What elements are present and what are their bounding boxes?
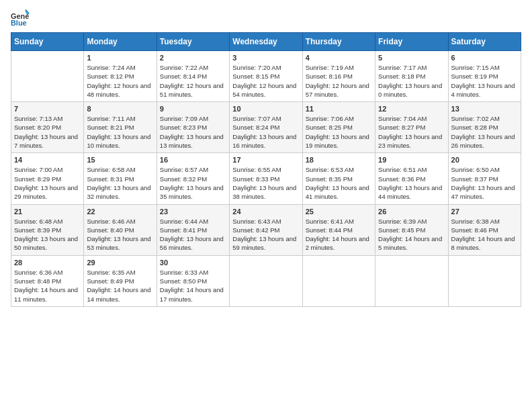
daylight-text: Daylight: 13 hours and 0 minutes. — [378, 82, 442, 98]
sunset-text: Sunset: 8:18 PM — [378, 73, 425, 80]
day-cell: 28Sunrise: 6:36 AMSunset: 8:48 PMDayligh… — [11, 255, 84, 306]
day-number: 3 — [232, 54, 299, 62]
day-cell: 20Sunrise: 6:50 AMSunset: 8:37 PMDayligh… — [448, 153, 521, 204]
daylight-text: Daylight: 12 hours and 48 minutes. — [87, 82, 150, 98]
day-number: 6 — [451, 54, 518, 62]
day-number: 29 — [87, 259, 153, 267]
day-number: 7 — [14, 105, 81, 113]
daylight-text: Daylight: 13 hours and 50 minutes. — [14, 235, 78, 251]
sunset-text: Sunset: 8:50 PM — [160, 277, 207, 285]
week-row-4: 21Sunrise: 6:48 AMSunset: 8:39 PMDayligh… — [11, 204, 521, 255]
week-row-5: 28Sunrise: 6:36 AMSunset: 8:48 PMDayligh… — [11, 255, 521, 306]
sunrise-text: Sunrise: 7:22 AM — [160, 64, 208, 71]
sunrise-text: Sunrise: 7:11 AM — [87, 115, 135, 122]
day-cell — [448, 255, 521, 306]
cell-info: Sunrise: 7:06 AMSunset: 8:25 PMDaylight:… — [306, 114, 372, 150]
sunrise-text: Sunrise: 6:33 AM — [160, 269, 208, 276]
cell-info: Sunrise: 6:43 AMSunset: 8:42 PMDaylight:… — [232, 217, 299, 253]
sunrise-text: Sunrise: 6:43 AM — [232, 218, 281, 225]
cell-info: Sunrise: 6:58 AMSunset: 8:31 PMDaylight:… — [87, 165, 153, 201]
sunset-text: Sunset: 8:14 PM — [160, 73, 207, 80]
sunrise-text: Sunrise: 6:48 AM — [14, 218, 62, 225]
sunset-text: Sunset: 8:12 PM — [87, 73, 134, 80]
week-row-2: 7Sunrise: 7:13 AMSunset: 8:20 PMDaylight… — [11, 102, 521, 153]
day-cell — [11, 51, 84, 102]
header-row: SundayMondayTuesdayWednesdayThursdayFrid… — [11, 33, 521, 51]
sunset-text: Sunset: 8:37 PM — [451, 175, 498, 183]
sunset-text: Sunset: 8:46 PM — [451, 226, 498, 234]
sunrise-text: Sunrise: 7:02 AM — [451, 115, 500, 122]
day-cell: 6Sunrise: 7:15 AMSunset: 8:19 PMDaylight… — [448, 51, 521, 102]
daylight-text: Daylight: 12 hours and 51 minutes. — [160, 82, 224, 98]
day-number: 20 — [451, 156, 518, 164]
day-cell: 8Sunrise: 7:11 AMSunset: 8:21 PMDaylight… — [84, 102, 157, 153]
cell-info: Sunrise: 7:24 AMSunset: 8:12 PMDaylight:… — [87, 63, 153, 99]
day-number: 16 — [160, 156, 226, 164]
day-number: 28 — [14, 259, 81, 267]
day-cell: 29Sunrise: 6:35 AMSunset: 8:49 PMDayligh… — [84, 255, 157, 306]
daylight-text: Daylight: 13 hours and 59 minutes. — [232, 235, 296, 251]
sunrise-text: Sunrise: 7:09 AM — [160, 115, 208, 122]
calendar-table: SundayMondayTuesdayWednesdayThursdayFrid… — [11, 32, 521, 307]
col-header-friday: Friday — [375, 33, 448, 51]
cell-info: Sunrise: 6:48 AMSunset: 8:39 PMDaylight:… — [14, 217, 81, 253]
sunset-text: Sunset: 8:44 PM — [306, 226, 353, 234]
daylight-text: Daylight: 13 hours and 32 minutes. — [87, 184, 150, 200]
col-header-saturday: Saturday — [448, 33, 521, 51]
sunset-text: Sunset: 8:27 PM — [378, 124, 425, 131]
cell-info: Sunrise: 7:00 AMSunset: 8:29 PMDaylight:… — [14, 165, 81, 201]
daylight-text: Daylight: 13 hours and 26 minutes. — [451, 133, 515, 149]
day-cell: 22Sunrise: 6:46 AMSunset: 8:40 PMDayligh… — [84, 204, 157, 255]
cell-info: Sunrise: 6:36 AMSunset: 8:48 PMDaylight:… — [14, 268, 81, 304]
daylight-text: Daylight: 13 hours and 38 minutes. — [232, 184, 296, 200]
cell-info: Sunrise: 7:09 AMSunset: 8:23 PMDaylight:… — [160, 114, 226, 150]
cell-info: Sunrise: 7:07 AMSunset: 8:24 PMDaylight:… — [232, 114, 299, 150]
sunrise-text: Sunrise: 7:06 AM — [306, 115, 354, 122]
day-cell: 30Sunrise: 6:33 AMSunset: 8:50 PMDayligh… — [157, 255, 229, 306]
cell-info: Sunrise: 6:46 AMSunset: 8:40 PMDaylight:… — [87, 217, 153, 253]
day-cell: 1Sunrise: 7:24 AMSunset: 8:12 PMDaylight… — [84, 51, 157, 102]
day-cell: 13Sunrise: 7:02 AMSunset: 8:28 PMDayligh… — [448, 102, 521, 153]
sunrise-text: Sunrise: 6:35 AM — [87, 269, 135, 276]
sunrise-text: Sunrise: 7:17 AM — [378, 64, 427, 71]
day-number: 21 — [14, 208, 81, 216]
day-cell: 5Sunrise: 7:17 AMSunset: 8:18 PMDaylight… — [375, 51, 448, 102]
sunrise-text: Sunrise: 6:53 AM — [306, 166, 354, 173]
day-cell: 21Sunrise: 6:48 AMSunset: 8:39 PMDayligh… — [11, 204, 84, 255]
sunrise-text: Sunrise: 6:50 AM — [451, 166, 500, 173]
sunrise-text: Sunrise: 7:20 AM — [232, 64, 281, 71]
sunrise-text: Sunrise: 6:41 AM — [306, 218, 354, 225]
daylight-text: Daylight: 13 hours and 47 minutes. — [451, 184, 515, 200]
day-number: 12 — [378, 105, 445, 113]
cell-info: Sunrise: 6:53 AMSunset: 8:35 PMDaylight:… — [306, 165, 372, 201]
day-number: 26 — [378, 208, 445, 216]
day-cell: 10Sunrise: 7:07 AMSunset: 8:24 PMDayligh… — [230, 102, 302, 153]
cell-info: Sunrise: 7:13 AMSunset: 8:20 PMDaylight:… — [14, 114, 81, 150]
day-cell: 4Sunrise: 7:19 AMSunset: 8:16 PMDaylight… — [302, 51, 375, 102]
cell-info: Sunrise: 6:57 AMSunset: 8:32 PMDaylight:… — [160, 165, 226, 201]
cell-info: Sunrise: 7:04 AMSunset: 8:27 PMDaylight:… — [378, 114, 445, 150]
col-header-monday: Monday — [84, 33, 157, 51]
week-row-1: 1Sunrise: 7:24 AMSunset: 8:12 PMDaylight… — [11, 51, 521, 102]
week-row-3: 14Sunrise: 7:00 AMSunset: 8:29 PMDayligh… — [11, 153, 521, 204]
sunset-text: Sunset: 8:25 PM — [306, 124, 353, 131]
sunrise-text: Sunrise: 7:13 AM — [14, 115, 62, 122]
cell-info: Sunrise: 6:44 AMSunset: 8:41 PMDaylight:… — [160, 217, 226, 253]
sunrise-text: Sunrise: 6:39 AM — [378, 218, 427, 225]
sunset-text: Sunset: 8:23 PM — [160, 124, 207, 131]
day-cell — [230, 255, 302, 306]
cell-info: Sunrise: 7:02 AMSunset: 8:28 PMDaylight:… — [451, 114, 518, 150]
day-number: 9 — [160, 105, 226, 113]
daylight-text: Daylight: 13 hours and 7 minutes. — [14, 133, 78, 149]
day-cell: 27Sunrise: 6:38 AMSunset: 8:46 PMDayligh… — [448, 204, 521, 255]
sunset-text: Sunset: 8:33 PM — [232, 175, 279, 183]
daylight-text: Daylight: 14 hours and 11 minutes. — [14, 286, 78, 302]
daylight-text: Daylight: 14 hours and 8 minutes. — [451, 235, 515, 251]
day-number: 11 — [306, 105, 372, 113]
cell-info: Sunrise: 6:35 AMSunset: 8:49 PMDaylight:… — [87, 268, 153, 304]
sunset-text: Sunset: 8:28 PM — [451, 124, 498, 131]
sunrise-text: Sunrise: 6:44 AM — [160, 218, 208, 225]
cell-info: Sunrise: 6:39 AMSunset: 8:45 PMDaylight:… — [378, 217, 445, 253]
day-number: 5 — [378, 54, 445, 62]
sunrise-text: Sunrise: 7:07 AM — [232, 115, 281, 122]
